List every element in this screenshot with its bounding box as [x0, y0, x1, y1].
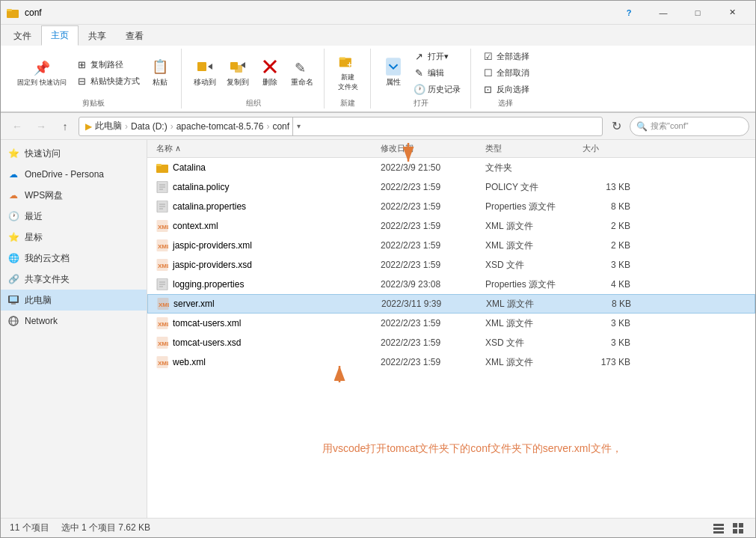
file-type: XML 源文件 [485, 317, 583, 330]
table-row[interactable]: XML web.xml 2022/2/23 1:59 XML 源文件 173 K… [147, 352, 755, 372]
new-folder-button[interactable]: + 新建文件夹 [333, 50, 363, 95]
back-button[interactable]: ← [7, 116, 28, 137]
col-header-size[interactable]: 大小 [583, 143, 642, 154]
open-icon: ↗ [414, 50, 425, 62]
ribbon-content: 📌 固定到 快速访问 ⊞ 复制路径 ⊟ 粘贴快捷方式 [1, 46, 755, 112]
delete-icon [261, 58, 279, 76]
svg-rect-5 [235, 65, 242, 73]
tab-home[interactable]: 主页 [41, 25, 79, 46]
table-row[interactable]: XML context.xml 2022/2/23 1:59 XML 源文件 2… [147, 216, 755, 236]
table-row[interactable]: Catalina 2022/3/9 21:50 文件夹 [147, 158, 755, 177]
thispc-icon [7, 293, 20, 307]
table-row[interactable]: catalina.properties 2022/2/23 1:59 Prope… [147, 197, 755, 216]
edit-icon: ✎ [414, 67, 425, 79]
sidebar-item-recent[interactable]: 🕐 最近 [1, 206, 147, 227]
select-invert-button[interactable]: ⊡ 反向选择 [479, 82, 533, 97]
edit-button[interactable]: ✎ 编辑 [410, 65, 464, 80]
maximize-button[interactable]: □ [680, 1, 715, 25]
crumb-conf[interactable]: conf [272, 121, 289, 132]
search-bar[interactable]: 🔍 搜索"conf" [630, 117, 749, 136]
paste-button[interactable]: 📋 粘贴 [145, 55, 175, 91]
crumb-tomcat[interactable]: apache-tomcat-8.5.76 [176, 121, 264, 132]
folder-icon [7, 7, 19, 19]
sidebar-item-mycloud[interactable]: 🌐 我的云文档 [1, 248, 147, 269]
svg-rect-54 [739, 529, 743, 534]
history-button[interactable]: 🕐 历史记录 [410, 82, 464, 97]
file-size: 3 KB [583, 318, 642, 328]
pin-button[interactable]: 📌 固定到 快速访问 [13, 56, 71, 90]
ribbon-group-open: 属性 ↗ 打开▾ ✎ 编辑 🕐 历史记录 [372, 49, 471, 108]
table-row[interactable]: XML tomcat-users.xsd 2022/2/23 1:59 XSD … [147, 333, 755, 352]
properties-button[interactable]: 属性 [378, 55, 408, 91]
svg-rect-51 [733, 523, 737, 528]
table-row[interactable]: catalina.policy 2022/2/23 1:59 POLICY 文件… [147, 177, 755, 197]
copy-path-button[interactable]: ⊞ 复制路径 [73, 57, 144, 72]
crumb-datad[interactable]: Data (D:) [131, 121, 168, 132]
quick-access-icon: ⭐ [7, 147, 20, 160]
open-buttons: 属性 ↗ 打开▾ ✎ 编辑 🕐 历史记录 [378, 49, 464, 97]
file-type: XML 源文件 [485, 356, 583, 369]
table-row[interactable]: logging.properties 2022/3/9 23:08 Proper… [147, 275, 755, 294]
select-none-button[interactable]: ☐ 全部取消 [479, 65, 533, 80]
close-button[interactable]: ✕ [715, 1, 749, 25]
view-controls [710, 520, 746, 537]
file-type-icon: XML [156, 317, 168, 329]
copy-path-icon: ⊞ [76, 58, 88, 70]
file-date: 2022/2/23 1:59 [381, 240, 485, 251]
onedrive-label: OneDrive - Persona [25, 169, 104, 180]
sidebar-item-network[interactable]: Network [1, 311, 147, 331]
refresh-button[interactable]: ↻ [606, 116, 627, 137]
delete-button[interactable]: 删除 [255, 55, 285, 91]
table-row[interactable]: XML tomcat-users.xml 2022/2/23 1:59 XML … [147, 314, 755, 333]
tab-share[interactable]: 共享 [79, 26, 116, 46]
large-icon-view-button[interactable] [730, 520, 746, 537]
file-name: server.xml [173, 299, 215, 309]
selected-count: 选中 1 个项目 7.62 KB [61, 522, 150, 534]
file-name: tomcat-users.xsd [173, 337, 241, 348]
open-button[interactable]: ↗ 打开▾ [410, 49, 464, 64]
col-header-date[interactable]: 修改日期 [381, 143, 485, 154]
copyto-button[interactable]: 复制到 [222, 55, 253, 91]
file-type: Properties 源文件 [485, 278, 583, 291]
tab-file[interactable]: 文件 [4, 26, 41, 46]
sidebar-item-wps[interactable]: ☁ WPS网盘 [1, 185, 147, 206]
sidebar-item-quick-access[interactable]: ⭐ 快速访问 [1, 143, 147, 164]
col-header-name[interactable]: 名称 ∧ [156, 143, 381, 154]
file-list: Catalina 2022/3/9 21:50 文件夹 catalina.pol… [147, 158, 755, 518]
file-type-icon [156, 278, 168, 290]
detail-view-button[interactable] [710, 520, 727, 537]
svg-marker-3 [208, 64, 212, 70]
select-all-icon: ☑ [482, 50, 494, 62]
help-button[interactable]: ? [612, 1, 646, 25]
window-title: conf [25, 7, 612, 18]
sidebar-item-thispc[interactable]: 此电脑 [1, 290, 147, 311]
file-name: logging.properties [173, 279, 244, 290]
sidebar-item-shared[interactable]: 🔗 共享文件夹 [1, 269, 147, 290]
address-bar[interactable]: ▶ 此电脑 › Data (D:) › apache-tomcat-8.5.76… [79, 117, 603, 136]
new-buttons: + 新建文件夹 [333, 49, 363, 97]
shared-label: 共享文件夹 [25, 273, 70, 286]
select-all-button[interactable]: ☑ 全部选择 [479, 49, 533, 64]
minimize-button[interactable]: — [646, 1, 680, 25]
svg-rect-21 [156, 164, 162, 166]
address-dropdown[interactable]: ▾ [292, 117, 304, 136]
crumb-thispc[interactable]: 此电脑 [95, 120, 122, 132]
forward-button[interactable]: → [31, 116, 52, 137]
table-row[interactable]: XML server.xml 2022/3/11 9:39 XML 源文件 8 … [147, 294, 755, 314]
moveto-button[interactable]: 移动到 [189, 55, 221, 91]
file-size: 3 KB [583, 260, 642, 270]
paste-shortcut-button[interactable]: ⊟ 粘贴快捷方式 [73, 73, 144, 88]
rename-button[interactable]: ✎ 重命名 [286, 55, 318, 91]
table-row[interactable]: XML jaspic-providers.xsd 2022/2/23 1:59 … [147, 255, 755, 275]
breadcrumb-icon: ▶ [85, 121, 92, 132]
starred-label: 星标 [25, 231, 43, 244]
up-button[interactable]: ↑ [55, 116, 76, 137]
col-header-type[interactable]: 类型 [485, 143, 583, 154]
file-date: 2022/3/9 23:08 [381, 279, 485, 290]
sidebar-item-onedrive[interactable]: ☁ OneDrive - Persona [1, 164, 147, 185]
tab-view[interactable]: 查看 [116, 26, 153, 46]
rename-icon: ✎ [293, 58, 311, 76]
sidebar-item-starred[interactable]: ⭐ 星标 [1, 227, 147, 248]
table-row[interactable]: XML jaspic-providers.xml 2022/2/23 1:59 … [147, 236, 755, 255]
file-size: 173 KB [583, 357, 642, 367]
